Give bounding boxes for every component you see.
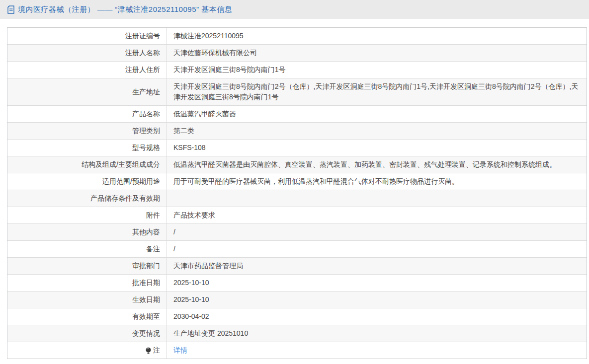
row-label-text: 注册证编号 (125, 31, 160, 41)
row-label-text: 适用范围/预期用途 (102, 176, 160, 187)
page-header: 境内医疗器械（注册） —— “津械注准20252110095” 基本信息 (0, 0, 589, 19)
row-value-text: / (173, 244, 175, 254)
row-value: 用于可耐受甲醛的医疗器械灭菌，利用低温蒸汽和甲醛混合气体对不耐热医疗物品进行灭菌… (167, 173, 587, 190)
row-label: 型号规格 (7, 140, 167, 156)
row-label: 有效期至 (7, 308, 167, 325)
row-label-text: 型号规格 (132, 143, 160, 153)
row-value-text: 天津开发区洞庭三街8号院内南门2号（仓库）,天津开发区洞庭三街8号院内南门1号,… (173, 81, 580, 102)
row-label: 变更情况 (7, 325, 167, 342)
table-row: 产品储存条件及有效期 (7, 190, 587, 207)
row-label: 结构及组成/主要组成成分 (7, 156, 167, 173)
document-icon (7, 5, 15, 14)
table-row: 有效期至2030-04-02 (7, 308, 587, 325)
row-label-text: 注册人名称 (125, 48, 160, 58)
table-row: 适用范围/预期用途用于可耐受甲醛的医疗器械灭菌，利用低温蒸汽和甲醛混合气体对不耐… (7, 173, 587, 190)
row-value-text: 2030-04-02 (173, 311, 209, 322)
row-value-text: 产品技术要求 (173, 210, 215, 220)
row-value: 生产地址变更 20251010 (167, 325, 587, 342)
row-value: 产品技术要求 (167, 207, 587, 223)
row-value: / (167, 241, 587, 257)
row-label-text: 生效日期 (132, 294, 160, 305)
row-value: KSFS-108 (167, 140, 587, 156)
page-title: 境内医疗器械（注册） —— “津械注准20252110095” 基本信息 (18, 5, 232, 14)
row-value: 2025-10-10 (167, 275, 587, 291)
row-value: / (167, 224, 587, 240)
row-value-text: 津械注准20252110095 (173, 31, 244, 41)
row-value: 2025-10-10 (167, 291, 587, 308)
row-label-text: 附件 (146, 210, 160, 220)
row-label: 产品名称 (7, 106, 167, 122)
table-row: 变更情况生产地址变更 20251010 (7, 325, 587, 342)
row-label: 注册人名称 (7, 45, 167, 61)
row-label-text: 其他内容 (132, 227, 160, 237)
row-value-text: 低温蒸汽甲醛灭菌器是由灭菌腔体、真空装置、蒸汽装置、加药装置、密封装置、残气处理… (173, 159, 556, 170)
row-value-text: 用于可耐受甲醛的医疗器械灭菌，利用低温蒸汽和甲醛混合气体对不耐热医疗物品进行灭菌… (173, 176, 459, 187)
table-row: 注册人名称天津佐藤环保机械有限公司 (7, 45, 587, 62)
row-value: 天津开发区洞庭三街8号院内南门1号 (167, 62, 587, 78)
row-label: 附件 (7, 207, 167, 223)
row-label-text: 产品名称 (132, 109, 160, 119)
row-value: 低温蒸汽甲醛灭菌器 (167, 106, 587, 122)
row-value: 天津佐藤环保机械有限公司 (167, 45, 587, 61)
row-label-text: 注 (153, 345, 160, 356)
row-label: 批准日期 (7, 275, 167, 291)
table-row: 批准日期2025-10-10 (7, 275, 587, 291)
row-label: 生产地址 (7, 78, 167, 105)
table-row: 产品名称低温蒸汽甲醛灭菌器 (7, 106, 587, 123)
row-label: 备注 (7, 241, 167, 257)
row-label-text: 结构及组成/主要组成成分 (82, 159, 160, 170)
row-value (167, 190, 587, 207)
row-label-text: 变更情况 (132, 328, 160, 339)
row-label-text: 有效期至 (132, 311, 160, 322)
row-value-text: 天津开发区洞庭三街8号院内南门1号 (173, 65, 286, 75)
row-label: 适用范围/预期用途 (7, 173, 167, 190)
row-value: 天津市药品监督管理局 (167, 258, 587, 274)
row-label-text: 审批部门 (132, 261, 160, 271)
row-value: 低温蒸汽甲醛灭菌器是由灭菌腔体、真空装置、蒸汽装置、加药装置、密封装置、残气处理… (167, 156, 587, 173)
table-row: 生产地址天津开发区洞庭三街8号院内南门2号（仓库）,天津开发区洞庭三街8号院内南… (7, 78, 587, 106)
table-row: 备注/ (7, 241, 587, 258)
row-value: 津械注准20252110095 (167, 28, 587, 44)
table-row: 其他内容/ (7, 224, 587, 241)
row-label: 生效日期 (7, 291, 167, 308)
row-label: 其他内容 (7, 224, 167, 240)
table-row: 附件产品技术要求 (7, 207, 587, 224)
table-row: 管理类别第二类 (7, 123, 587, 140)
row-value-text: 低温蒸汽甲醛灭菌器 (173, 109, 236, 119)
row-value-text: 天津佐藤环保机械有限公司 (173, 48, 257, 58)
row-value: 详情 (167, 342, 587, 359)
table-row: 注详情 (7, 342, 587, 359)
row-value: 天津开发区洞庭三街8号院内南门2号（仓库）,天津开发区洞庭三街8号院内南门1号,… (167, 78, 587, 105)
row-label-text: 批准日期 (132, 278, 160, 288)
detail-link[interactable]: 详情 (173, 345, 187, 356)
row-label-text: 产品储存条件及有效期 (90, 193, 160, 204)
row-value-text: 2025-10-10 (173, 294, 209, 305)
row-label-text: 注册人住所 (125, 65, 160, 75)
row-value-text: 第二类 (173, 126, 194, 136)
row-label-text: 生产地址 (132, 87, 160, 97)
table-row: 注册证编号津械注准20252110095 (7, 28, 587, 45)
row-label: 注册证编号 (7, 28, 167, 44)
bulb-icon (145, 347, 152, 355)
row-label: 管理类别 (7, 123, 167, 139)
row-value-text: KSFS-108 (173, 143, 206, 153)
row-label: 注册人住所 (7, 62, 167, 78)
row-value-text: 2025-10-10 (173, 278, 209, 288)
row-value: 2030-04-02 (167, 308, 587, 325)
row-value-text: 生产地址变更 20251010 (173, 328, 248, 339)
row-label: 产品储存条件及有效期 (7, 190, 167, 207)
row-value: 第二类 (167, 123, 587, 139)
table-row: 注册人住所天津开发区洞庭三街8号院内南门1号 (7, 62, 587, 78)
row-value-text: / (173, 227, 175, 237)
row-value-text: 天津市药品监督管理局 (173, 261, 243, 271)
table-row: 型号规格KSFS-108 (7, 140, 587, 156)
table-row: 结构及组成/主要组成成分低温蒸汽甲醛灭菌器是由灭菌腔体、真空装置、蒸汽装置、加药… (7, 156, 587, 173)
row-label-text: 管理类别 (132, 126, 160, 136)
row-label: 注 (7, 342, 167, 359)
row-label-text: 备注 (146, 244, 160, 254)
table-row: 审批部门天津市药品监督管理局 (7, 258, 587, 275)
table-row: 生效日期2025-10-10 (7, 291, 587, 308)
row-label: 审批部门 (7, 258, 167, 274)
info-table: 注册证编号津械注准20252110095注册人名称天津佐藤环保机械有限公司注册人… (7, 27, 587, 359)
